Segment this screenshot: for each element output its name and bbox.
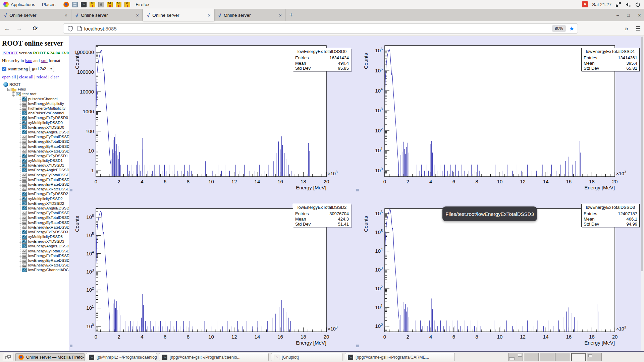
maximize-icon[interactable]: □: [627, 13, 630, 18]
tree-item-lowEnergyAngleEDSSD0[interactable]: lowEnergyAngleEDSSD0: [2, 130, 69, 134]
tree-item-lowEnergyXYDSSD2[interactable]: lowEnergyXYDSSD2: [2, 201, 69, 206]
tree-item-lowEnergyExRateDSSD0[interactable]: lowEnergyExRateDSSD0: [2, 149, 69, 154]
zoom-level-badge[interactable]: 80%: [552, 25, 566, 32]
tree-item-lowEnergyXYDSSD0[interactable]: lowEnergyXYDSSD0: [2, 125, 69, 130]
reload-link[interactable]: reload: [37, 74, 47, 79]
resize-grip[interactable]: [70, 189, 72, 191]
plot-panel-lowEnergyExTotalDSSD3[interactable]: 10610510410310210110002468101214161820×1…: [363, 208, 626, 346]
tree-node-root[interactable]: ROOT: [2, 82, 69, 87]
minimize-icon[interactable]: –: [616, 13, 619, 18]
tab-online-server[interactable]: √Online server×: [214, 9, 286, 21]
xml-link[interactable]: xml: [41, 58, 48, 63]
tree-item-pulserVsChannel[interactable]: pulserVsChannel: [2, 97, 69, 101]
shield-icon[interactable]: [68, 26, 73, 32]
new-tab-button[interactable]: +: [286, 9, 297, 21]
file-manager-icon[interactable]: [72, 2, 78, 7]
task-button-4[interactable]: [Gnuplot]: [271, 353, 342, 361]
stats-box-lowEnergyExTotalDSSD0[interactable]: lowEnergyExTotalDSSD0Entries16341424Mean…: [293, 48, 351, 71]
tree-item-lowEnergyExRateDSSD1[interactable]: lowEnergyExRateDSSD1: [2, 187, 69, 191]
workspace-5[interactable]: [571, 353, 586, 361]
grid-layout-select[interactable]: grid 2x2▼: [30, 66, 54, 72]
close-icon[interactable]: ✕: [638, 13, 641, 18]
tree-item-lowEnergyMultiplicity[interactable]: lowEnergyMultiplicity: [2, 101, 69, 106]
terminal-icon[interactable]: [81, 2, 87, 7]
task-button-2[interactable]: [pi@nnrpi1: ~/Programs/caenlogger]: [86, 353, 157, 361]
network-icon[interactable]: [615, 2, 621, 7]
tree-node-files[interactable]: −Files: [2, 87, 69, 92]
tab-close-icon[interactable]: ×: [135, 12, 140, 18]
task-button-5[interactable]: [npg@carme-gsi:~/Programs/CARME...: [345, 353, 455, 361]
clear-link[interactable]: clear: [50, 74, 59, 79]
tree-item-lowEnergyEyTotalDSSD1[interactable]: lowEnergyEyTotalDSSD1: [2, 173, 69, 177]
midas-icon[interactable]: [124, 2, 130, 7]
volume-muted-icon[interactable]: [625, 2, 631, 7]
tab-online-server[interactable]: √Online server×: [143, 9, 214, 21]
tree-item-lowEnergyExEyDSSD0[interactable]: lowEnergyExEyDSSD0: [2, 115, 69, 120]
midas-icon[interactable]: [90, 2, 95, 7]
close-all-link[interactable]: close all: [19, 74, 34, 79]
midas-icon[interactable]: [116, 2, 121, 7]
tree-item-lowEnergyExRateDSSD3[interactable]: lowEnergyExRateDSSD3: [2, 263, 69, 267]
url-text[interactable]: localhost:8085: [84, 26, 552, 32]
workspace-6[interactable]: [587, 353, 602, 361]
histogram-canvas[interactable]: 1000000100000100001000100101024681012141…: [69, 36, 644, 351]
tree-item-lowEnergyExEyDSSD2[interactable]: lowEnergyExEyDSSD2: [2, 191, 69, 196]
tree-item-lowEnergyEyRateDSSD2[interactable]: lowEnergyEyRateDSSD2: [2, 220, 69, 225]
tree-item-lowEnergyEyTotalDSSD3[interactable]: lowEnergyEyTotalDSSD3: [2, 249, 69, 253]
notification-icon[interactable]: »: [582, 1, 588, 7]
screenshot-icon[interactable]: [98, 2, 104, 7]
json-link[interactable]: json: [25, 58, 33, 63]
workspace-3[interactable]: [540, 353, 554, 361]
tree-item-lowEnergyAngleEDSSD2[interactable]: lowEnergyAngleEDSSD2: [2, 206, 69, 210]
forward-button[interactable]: →: [14, 23, 24, 34]
page-info-icon[interactable]: [77, 26, 82, 31]
hamburger-menu-icon[interactable]: ☰: [636, 25, 641, 32]
tree-item-lowEnergyXYDSSD3[interactable]: lowEnergyXYDSSD3: [2, 239, 69, 244]
task-button-1[interactable]: Online server — Mozilla Firefox: [15, 353, 85, 361]
tree-item-xyMultiplicityDSSD3[interactable]: xyMultiplicityDSSD3: [2, 234, 69, 239]
tree-item-lowEnergyXYDSSD1[interactable]: lowEnergyXYDSSD1: [2, 163, 69, 168]
tree-item-lowEnergyExTotalDSSD2[interactable]: lowEnergyExTotalDSSD2: [2, 215, 69, 220]
show-desktop-button[interactable]: [3, 353, 13, 361]
tree-item-lowEnergyAngleEDSSD1[interactable]: lowEnergyAngleEDSSD1: [2, 168, 69, 172]
tree-item-lowEnergyExRateDSSD2[interactable]: lowEnergyExRateDSSD2: [2, 225, 69, 230]
tree-item-lowEnergyEyTotalDSSD2[interactable]: lowEnergyEyTotalDSSD2: [2, 210, 69, 215]
plot-panel-lowEnergyExTotalDSSD2[interactable]: 10610510410310210110002468101214161820×1…: [74, 208, 338, 346]
places-menu[interactable]: Places: [39, 0, 59, 9]
jsroot-link[interactable]: JSROOT: [2, 50, 18, 55]
tree-item-lowEnergyExEyDSSD3[interactable]: lowEnergyExEyDSSD3: [2, 230, 69, 234]
scrollbar-thumb[interactable]: [641, 37, 643, 271]
tree-item-lowEnergyEyRateDSSD1[interactable]: lowEnergyEyRateDSSD1: [2, 182, 69, 187]
tree-item-lowEnergyExTotalDSSD0[interactable]: lowEnergyExTotalDSSD0: [2, 139, 69, 144]
tree-item-lowEnergyExTotalDSSD1[interactable]: lowEnergyExTotalDSSD1: [2, 177, 69, 182]
workspace-4[interactable]: [555, 353, 570, 361]
tab-close-icon[interactable]: ×: [63, 12, 68, 18]
tree-item-xyMultiplicityDSSD2[interactable]: xyMultiplicityDSSD2: [2, 196, 69, 201]
workspace-2[interactable]: [524, 353, 539, 361]
stats-box-lowEnergyExTotalDSSD2[interactable]: lowEnergyExTotalDSSD2Entries30976704Mean…: [293, 204, 351, 227]
workspace-1[interactable]: [508, 353, 523, 361]
tree-item-highEnergyMultiplicity[interactable]: highEnergyMultiplicity: [2, 106, 69, 111]
resize-grip[interactable]: [356, 345, 359, 347]
tree-item-lowEnergyEyRateDSSD3[interactable]: lowEnergyEyRateDSSD3: [2, 258, 69, 263]
bookmark-star-icon[interactable]: ★: [569, 25, 574, 32]
resize-grip[interactable]: [356, 189, 359, 191]
tree-item-lowEnergyAngleEDSSD3[interactable]: lowEnergyAngleEDSSD3: [2, 244, 69, 248]
tree-node-test-root[interactable]: −test.root: [2, 92, 69, 96]
back-button[interactable]: ←: [2, 23, 12, 34]
clock[interactable]: Sat 21:27: [592, 2, 611, 7]
tree-item-lowEnergyChannelADC[interactable]: lowEnergyChannelADC: [2, 267, 69, 272]
url-bar[interactable]: localhost:8085 80% ★: [63, 23, 578, 34]
tree-item-lowEnergyEyTotalDSSD0[interactable]: lowEnergyEyTotalDSSD0: [2, 134, 69, 139]
open-all-link[interactable]: open all: [2, 74, 16, 79]
resize-grip[interactable]: [70, 345, 72, 347]
tab-online-server[interactable]: √Online server×: [0, 9, 71, 21]
stats-box-lowEnergyExTotalDSSD3[interactable]: lowEnergyExTotalDSSD3Entries12407187Mean…: [581, 204, 640, 227]
tree-item-lowEnergyExTotalDSSD3[interactable]: lowEnergyExTotalDSSD3: [2, 253, 69, 258]
task-button-3[interactable]: [npg@carme-gsi:~/Programs/caenlo...: [159, 353, 269, 361]
power-icon[interactable]: [635, 2, 641, 7]
overflow-menu-icon[interactable]: »: [625, 25, 628, 32]
firefox-icon[interactable]: [63, 2, 69, 7]
tree-item-xyMultiplicityDSSD1[interactable]: xyMultiplicityDSSD1: [2, 158, 69, 163]
tree-item-lowEnergyExEyDSSD1[interactable]: lowEnergyExEyDSSD1: [2, 154, 69, 158]
